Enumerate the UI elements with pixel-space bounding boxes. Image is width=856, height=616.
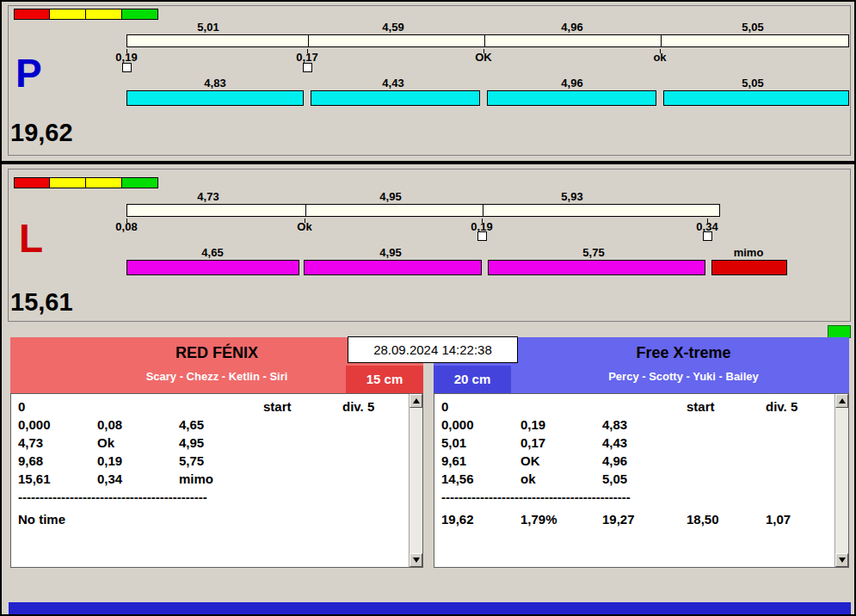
result-cell: 5,01 [441,435,466,450]
left-results-scrollbar[interactable] [409,394,422,567]
result-cell: Ok [97,435,114,450]
lane-l-segment-bar [488,260,705,275]
penalty-marker-label: ok [625,51,694,64]
result-cell: 0,34 [97,471,122,486]
team-left-results: 0 start div. 5 0,000 0,08 4,65 4,73 Ok 4… [10,393,423,568]
penalty-indicator-box [303,63,312,72]
result-cell: 0,08 [97,417,122,432]
result-cell: OK [520,453,540,468]
legend-yellow-box [86,177,122,188]
right-results-scrollbar[interactable] [834,394,848,567]
split-time-label: 5,01 [174,21,243,34]
race-timer-window: 5,01 4,59 4,96 5,05 0,19 0,17 OK ok 4,83… [0,0,856,616]
split-time-label: 5,93 [538,190,607,203]
section-divider [2,161,856,164]
scroll-up-button[interactable] [410,394,422,408]
penalty-marker-label: 0,08 [92,220,161,233]
status-indicator-green [828,325,851,338]
result-cell: 4,65 [179,417,204,432]
penalty-marker-label: OK [449,51,518,64]
result-cell: 5,75 [179,453,204,468]
penalty-marker-label: 0,19 [92,51,161,64]
result-cell: 0,000 [441,417,474,432]
scroll-up-button[interactable] [835,394,848,408]
split-time-label: 4,73 [174,190,243,203]
team-right-members: Percy - Scotty - Yuki - Bailey [518,370,849,383]
result-separator: ----------------------------------------… [441,490,631,504]
legend-red-box [14,177,50,188]
team-left-distance-badge: 15 cm [346,366,423,393]
result-cell: div. 5 [766,399,797,414]
result-cell: 0,19 [97,453,122,468]
result-cell: 4,96 [602,453,627,468]
result-cell: 15,61 [18,471,51,486]
result-cell: 4,43 [602,435,627,450]
lane-p-legend [14,9,158,20]
result-cell: 0,000 [18,417,51,432]
result-cell: 9,68 [18,453,43,468]
segment-time-label: 4,96 [538,77,607,89]
result-cell: start [263,399,292,414]
scroll-down-button[interactable] [410,553,422,567]
result-cell: 0,17 [520,435,545,450]
result-footer-cell: 19,27 [602,512,635,527]
lane-p-split-bar [126,34,849,47]
result-footer-cell: 1,07 [766,512,791,527]
legend-green-box [122,177,158,188]
result-separator: ----------------------------------------… [18,490,207,504]
lane-p-segment-bar [126,90,304,106]
lane-p-total: 19,62 [10,120,73,145]
result-cell: 0,19 [520,417,545,432]
lane-l-legend [14,177,158,188]
arrow-down-icon [839,557,846,563]
team-right-name: Free X-treme [518,344,849,362]
result-cell: 4,95 [179,435,204,450]
penalty-indicator-box [477,231,487,241]
datetime-display: 28.09.2024 14:22:38 [348,336,518,363]
lane-l-letter: L [19,219,43,258]
segment-time-label: 4,95 [356,246,425,259]
split-time-label: 4,59 [359,21,428,34]
penalty-indicator-box [703,231,712,241]
penalty-marker-label: 0,17 [273,51,342,64]
result-cell: 0 [18,399,25,414]
result-cell: 14,56 [441,471,474,486]
lane-l-split-bar [126,204,720,217]
split-time-label: 4,95 [356,190,425,203]
legend-yellow-box [50,177,86,188]
lane-p-segment-bar [311,90,480,106]
result-footer-cell: 19,62 [441,512,474,527]
split-time-label: 4,96 [538,21,607,34]
split-time-label: 5,05 [718,21,787,34]
lane-l-segment-bar [126,260,299,275]
legend-yellow-box [50,9,86,20]
segment-time-label: 4,65 [178,246,247,259]
arrow-up-icon [413,398,420,403]
lane-p-letter: P [15,53,42,93]
result-cell: ok [520,471,536,486]
team-right-results: 0 start div. 5 0,000 0,19 4,83 5,01 0,17… [434,393,849,568]
result-cell: 4,73 [18,435,43,450]
legend-yellow-box [86,9,122,20]
arrow-up-icon [839,398,846,403]
miss-label: mimo [714,246,783,259]
result-cell: 0 [441,399,448,414]
penalty-marker-label: Ok [270,220,339,233]
result-cell: start [687,399,715,414]
result-cell: div. 5 [342,399,374,414]
lane-l-miss-bar [711,260,787,275]
lane-p-segment-bar [663,90,849,106]
lane-l-segment-bar [304,260,482,275]
lane-p-segment-bar [487,90,656,106]
segment-time-label: 4,83 [181,77,249,89]
bottom-status-strip [9,602,851,615]
result-cell: mimo [179,471,213,486]
segment-time-label: 5,05 [718,77,787,89]
segment-time-label: 4,43 [359,77,428,89]
result-footer-cell: No time [18,512,65,527]
result-cell: 4,83 [602,417,627,432]
result-footer-cell: 18,50 [687,512,719,527]
lane-l-total: 15,61 [10,290,73,315]
lane-l-panel [8,169,851,322]
scroll-down-button[interactable] [835,553,848,567]
